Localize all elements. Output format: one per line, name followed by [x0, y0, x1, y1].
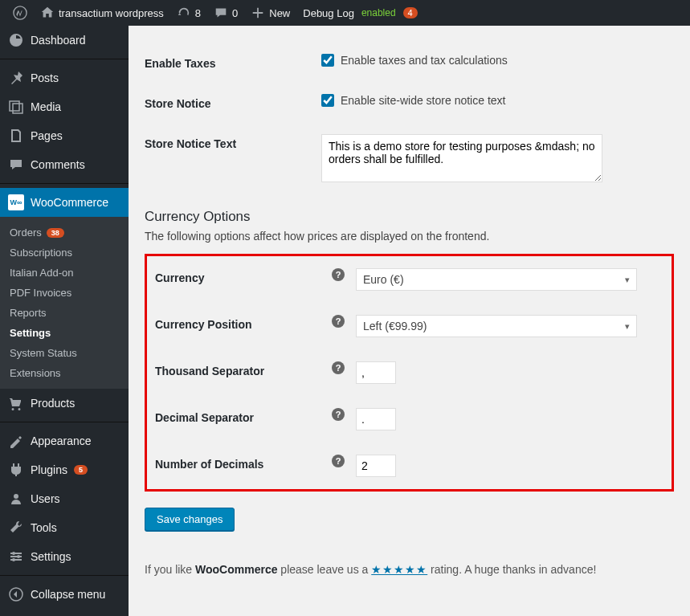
svg-point-1 [14, 494, 18, 499]
svg-point-0 [14, 6, 27, 19]
settings-icon [8, 549, 24, 565]
collapse-icon [8, 586, 24, 602]
help-icon[interactable]: ? [332, 455, 345, 467]
sidebar-item-label: Settings [31, 550, 71, 563]
sidebar-item-label: Dashboard [31, 34, 86, 47]
users-icon [8, 491, 24, 507]
rating-stars-link[interactable]: ★★★★★ [371, 563, 427, 576]
debug-status: enabled [361, 7, 396, 18]
pages-icon [8, 128, 24, 144]
new-label: New [269, 7, 290, 19]
currency-select[interactable]: Euro (€) [356, 268, 637, 291]
appearance-icon [8, 433, 24, 449]
debug-log-menu[interactable]: Debug Log enabled 4 [296, 0, 423, 26]
currency-row: Currency ? Euro (€) [155, 256, 663, 303]
sidebar-sub-status[interactable]: System Status [0, 343, 129, 363]
sidebar-separator [0, 422, 129, 422]
sidebar-item-users[interactable]: Users [0, 484, 129, 513]
woocommerce-icon: W∞ [8, 194, 24, 210]
sidebar-item-comments[interactable]: Comments [0, 150, 129, 179]
debug-count-badge: 4 [403, 7, 418, 18]
sidebar-item-label: Tools [31, 521, 57, 534]
sidebar-item-appearance[interactable]: Appearance [0, 426, 129, 455]
currency-options-highlight-box: Currency ? Euro (€) Currency Position ? … [145, 254, 674, 492]
store-notice-checkbox[interactable] [321, 94, 334, 107]
comments-menu[interactable]: 0 [207, 0, 244, 26]
enable-taxes-checkbox[interactable] [321, 54, 334, 67]
currency-position-label: Currency Position [155, 315, 332, 331]
tools-icon [8, 520, 24, 536]
products-icon [8, 395, 24, 411]
sidebar-item-tools[interactable]: Tools [0, 513, 129, 542]
decimal-separator-label: Decimal Separator [155, 408, 332, 424]
number-decimals-label: Number of Decimals [155, 455, 332, 471]
media-icon [8, 99, 24, 115]
plugins-icon [8, 462, 24, 478]
store-notice-textarea[interactable]: This is a demo store for testing purpose… [321, 134, 602, 182]
sidebar-item-label: Products [31, 397, 75, 410]
currency-options-subhead: The following options affect how prices … [145, 230, 674, 243]
orders-count-badge: 38 [47, 228, 64, 238]
wordpress-icon [13, 6, 27, 20]
sidebar-sub-italian[interactable]: Italian Add-on [0, 263, 129, 283]
help-icon[interactable]: ? [332, 315, 345, 328]
wp-logo-menu[interactable] [6, 0, 34, 26]
admin-sidebar: Dashboard Posts Media Pages Comments W∞ … [0, 26, 129, 616]
save-changes-button[interactable]: Save changes [145, 508, 235, 531]
comment-icon [214, 6, 228, 20]
sidebar-item-settings[interactable]: Settings [0, 542, 129, 571]
comment-icon [8, 157, 24, 173]
help-icon[interactable]: ? [332, 361, 345, 374]
sidebar-item-dashboard[interactable]: Dashboard [0, 26, 129, 55]
sidebar-item-posts[interactable]: Posts [0, 63, 129, 92]
sidebar-sub-pdf[interactable]: PDF Invoices [0, 283, 129, 303]
collapse-menu-button[interactable]: Collapse menu [0, 580, 129, 609]
sidebar-item-label: Media [31, 100, 61, 113]
sidebar-item-label: Posts [31, 71, 59, 84]
sidebar-item-label: Appearance [31, 434, 92, 447]
sidebar-separator [0, 575, 129, 576]
new-content-menu[interactable]: New [244, 0, 296, 26]
number-decimals-input[interactable] [356, 455, 396, 477]
sidebar-item-pages[interactable]: Pages [0, 121, 129, 150]
help-icon[interactable]: ? [332, 268, 345, 281]
sidebar-sub-extensions[interactable]: Extensions [0, 363, 129, 383]
sidebar-sub-subscriptions[interactable]: Subscriptions [0, 243, 129, 263]
pin-icon [8, 70, 24, 86]
debug-label: Debug Log [303, 7, 354, 19]
sidebar-item-label: Pages [31, 129, 63, 142]
sidebar-item-label: Comments [31, 158, 85, 171]
sidebar-item-woocommerce[interactable]: W∞ WooCommerce [0, 188, 129, 217]
currency-position-select[interactable]: Left (€99.99) [356, 315, 637, 337]
svg-point-5 [12, 552, 15, 555]
sidebar-separator [0, 183, 129, 184]
store-notice-row: Store Notice Enable site-wide store noti… [145, 82, 674, 122]
enable-taxes-row: Enable Taxes Enable taxes and tax calcul… [145, 42, 674, 82]
sidebar-item-products[interactable]: Products [0, 389, 129, 418]
sidebar-item-label: Users [31, 492, 60, 505]
sidebar-sub-settings[interactable]: Settings [0, 323, 129, 343]
footer-rating-note: If you like WooCommerce please leave us … [145, 563, 674, 576]
sidebar-sub-orders[interactable]: Orders 38 [0, 222, 129, 243]
settings-panel: Enable Taxes Enable taxes and tax calcul… [129, 26, 690, 616]
store-notice-label: Store Notice [145, 94, 321, 110]
home-icon [40, 6, 55, 20]
sidebar-item-media[interactable]: Media [0, 92, 129, 121]
number-decimals-row: Number of Decimals ? [155, 443, 663, 489]
thousand-separator-input[interactable] [356, 361, 396, 384]
site-name-menu[interactable]: transactium wordpress [34, 0, 170, 26]
thousand-separator-row: Thousand Separator ? [155, 349, 663, 396]
decimal-separator-row: Decimal Separator ? [155, 396, 663, 443]
thousand-separator-label: Thousand Separator [155, 361, 332, 377]
updates-menu[interactable]: 8 [170, 0, 207, 26]
sidebar-submenu-woocommerce: Orders 38 Subscriptions Italian Add-on P… [0, 217, 129, 389]
plus-icon [251, 6, 265, 20]
update-icon [177, 6, 191, 20]
help-icon[interactable]: ? [332, 408, 345, 421]
decimal-separator-input[interactable] [356, 408, 396, 430]
sidebar-item-label: Collapse menu [31, 588, 105, 601]
currency-options-heading: Currency Options [145, 209, 674, 225]
sidebar-sub-reports[interactable]: Reports [0, 303, 129, 323]
comments-count: 0 [232, 7, 238, 19]
sidebar-item-plugins[interactable]: Plugins 5 [0, 455, 129, 484]
